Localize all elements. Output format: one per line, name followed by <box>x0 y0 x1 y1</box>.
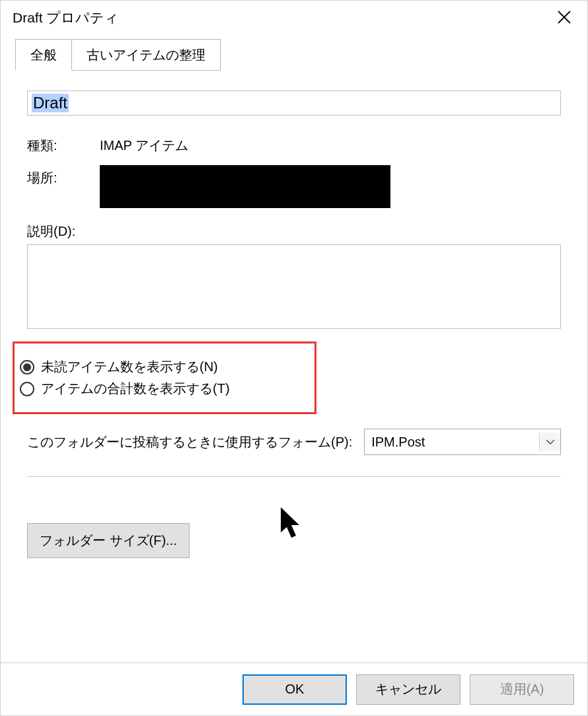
radio-icon-selected <box>20 360 34 375</box>
radio-show-total[interactable]: アイテムの合計数を表示する(T) <box>20 380 305 398</box>
redacted-location <box>100 165 390 208</box>
radio-total-label: アイテムの合計数を表示する(T) <box>41 380 230 398</box>
tab-general[interactable]: 全般 <box>15 39 72 71</box>
title-bar: Draft プロパティ <box>1 1 587 39</box>
folder-name-value: Draft <box>32 94 69 112</box>
label-location: 場所: <box>27 169 100 187</box>
label-type: 種類: <box>27 137 100 155</box>
radio-icon-unselected <box>20 382 34 396</box>
section-divider <box>27 476 561 477</box>
apply-button: 適用(A) <box>470 674 574 705</box>
value-type: IMAP アイテム <box>100 137 561 155</box>
radio-highlight: 未読アイテム数を表示する(N) アイテムの合計数を表示する(T) <box>13 341 316 414</box>
radio-unread-label: 未読アイテム数を表示する(N) <box>41 358 218 376</box>
tab-archive[interactable]: 古いアイテムの整理 <box>72 39 221 71</box>
row-form: このフォルダーに投稿するときに使用するフォーム(P): IPM.Post <box>27 429 561 455</box>
label-form: このフォルダーに投稿するときに使用するフォーム(P): <box>27 433 352 451</box>
close-button[interactable] <box>553 9 575 28</box>
chevron-down-icon <box>539 433 560 451</box>
form-dropdown[interactable]: IPM.Post <box>364 429 561 455</box>
radio-show-unread[interactable]: 未読アイテム数を表示する(N) <box>20 358 305 376</box>
cancel-button[interactable]: キャンセル <box>356 674 460 705</box>
ok-button[interactable]: OK <box>242 674 347 705</box>
radio-dot-icon <box>23 363 31 371</box>
value-location <box>100 169 561 208</box>
row-location: 場所: <box>27 169 561 208</box>
folder-name-input[interactable]: Draft <box>27 90 561 116</box>
bottom-button-bar: OK キャンセル 適用(A) <box>1 662 587 715</box>
tab-content-general: Draft 種類: IMAP アイテム 場所: 説明(D): 未読アイテム数を表… <box>1 71 587 558</box>
description-textarea[interactable] <box>27 244 561 329</box>
close-icon <box>557 10 571 24</box>
label-description: 説明(D): <box>27 223 561 240</box>
form-dropdown-value: IPM.Post <box>371 435 425 450</box>
window-title: Draft プロパティ <box>13 9 119 27</box>
folder-size-button[interactable]: フォルダー サイズ(F)... <box>27 523 190 558</box>
row-type: 種類: IMAP アイテム <box>27 137 561 155</box>
tab-bar: 全般 古いアイテムの整理 <box>1 39 587 71</box>
